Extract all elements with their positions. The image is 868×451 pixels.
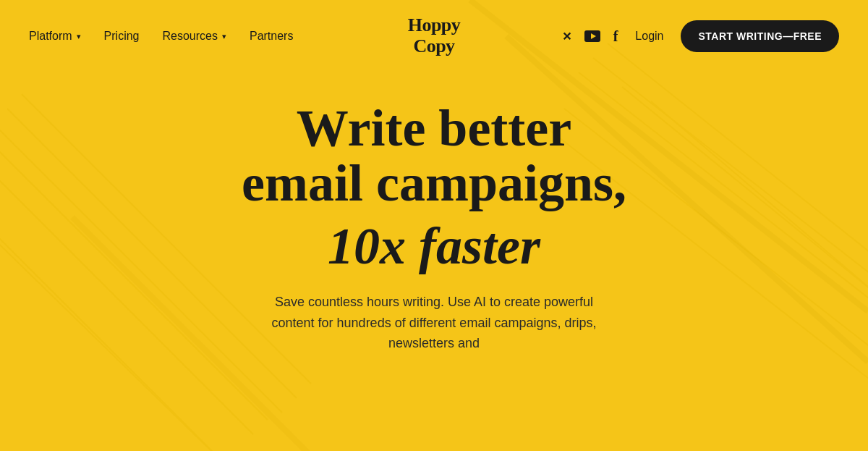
resources-chevron-icon: ▾	[222, 32, 226, 41]
nav-platform[interactable]: Platform ▾	[29, 30, 81, 43]
cta-button[interactable]: START WRITING—FREE	[681, 20, 839, 52]
platform-chevron-icon: ▾	[77, 32, 81, 41]
facebook-icon[interactable]: f	[613, 28, 618, 45]
hero-section: Write better email campaigns, 10x faster…	[0, 72, 868, 354]
nav-right: ✕ f Login START WRITING—FREE	[562, 20, 839, 52]
nav-partners[interactable]: Partners	[250, 30, 293, 43]
twitter-x-icon[interactable]: ✕	[562, 30, 571, 43]
navbar: Platform ▾ Pricing Resources ▾ Partners …	[0, 0, 868, 72]
hero-headline-line3: 10x faster	[328, 219, 540, 274]
logo[interactable]: Hoppy Copy	[408, 15, 461, 56]
nav-pricing[interactable]: Pricing	[104, 30, 140, 43]
youtube-icon[interactable]	[584, 30, 600, 42]
logo-text: Hoppy Copy	[408, 15, 461, 56]
social-icons: ✕ f	[562, 28, 618, 45]
hero-headline-line1: Write better email campaigns,	[242, 101, 626, 211]
nav-resources[interactable]: Resources ▾	[162, 30, 226, 43]
nav-left: Platform ▾ Pricing Resources ▾ Partners	[29, 30, 293, 43]
login-link[interactable]: Login	[635, 30, 663, 43]
hero-subtext: Save countless hours writing. Use AI to …	[260, 292, 608, 354]
page-wrapper: Platform ▾ Pricing Resources ▾ Partners …	[0, 0, 868, 451]
